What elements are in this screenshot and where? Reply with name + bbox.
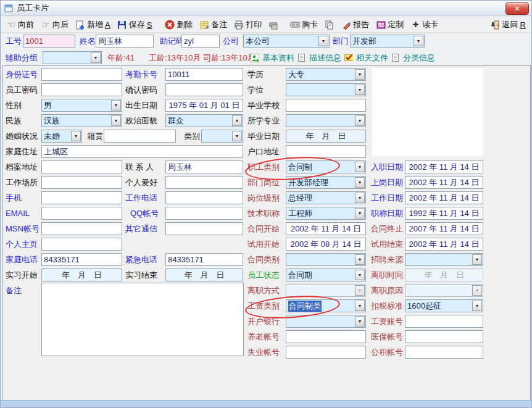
chevron-down-icon[interactable] [414,36,423,46]
home-addr-input[interactable] [41,145,243,158]
chevron-down-icon[interactable] [318,36,328,46]
new-button[interactable]: 新增A [73,19,112,31]
print-preview-button[interactable] [267,19,280,30]
post-level-select[interactable]: 总经理 [286,191,366,204]
customize-button[interactable]: 定制 [374,19,405,31]
intern-end-date-field[interactable]: 年 月 日 [165,269,243,281]
contract-start-date-field[interactable]: 2002 年 11 月 14 日 [286,222,366,235]
trial-start-date-field[interactable]: 2002 年 08 月 14 日 [286,238,366,251]
pwd-input[interactable] [41,83,122,96]
emp-type-select[interactable]: 合同制 [286,160,366,173]
id-no-input[interactable] [41,68,122,81]
dept-post-select[interactable]: 开发部经理 [286,176,366,189]
chevron-down-icon[interactable] [71,131,81,141]
fund-input[interactable] [405,346,483,359]
contract-type-select[interactable] [286,253,366,266]
emp-no-input[interactable] [23,35,75,48]
chevron-down-icon[interactable] [91,52,101,63]
chevron-down-icon[interactable] [355,162,365,172]
emp-status-select[interactable]: 合同期 [286,269,366,281]
birthplace-input[interactable] [104,130,176,143]
name-input[interactable] [96,35,154,48]
department-select[interactable]: 开发部 [350,35,425,48]
chevron-down-icon[interactable] [355,208,365,219]
hire-date-field[interactable]: 2002 年 11 月 14 日 [405,160,483,173]
report-button[interactable]: 报告 [339,19,371,31]
home-phone-input[interactable] [41,253,122,266]
chevron-down-icon[interactable] [355,193,365,203]
next-button[interactable]: 向后 [39,19,70,31]
note-button[interactable]: 备注 [197,19,229,31]
recruit-select[interactable] [405,253,483,266]
chevron-down-icon[interactable] [355,270,365,280]
grad-date-field[interactable]: 年 月 日 [286,130,366,143]
workplace-input[interactable] [41,176,122,189]
delete-button[interactable]: 删除 [163,19,194,31]
contact-input[interactable] [165,160,243,173]
gender-select[interactable]: 男 [41,99,122,112]
chevron-down-icon[interactable] [355,85,365,95]
chevron-down-icon[interactable] [232,131,242,141]
chevron-down-icon[interactable] [355,301,365,311]
readcard-button[interactable]: 读卡 [409,19,440,31]
return-button[interactable]: 返回R [489,19,528,31]
tab-description-info[interactable]: 描述信息 [309,52,341,64]
intern-start-date-field[interactable]: 年 月 日 [41,269,122,281]
tab-basic-info[interactable]: 基本资料 [262,52,294,64]
unemployment-input[interactable] [286,346,366,359]
homepage-input[interactable] [41,238,122,251]
tab-category-info[interactable]: 分类信息 [403,52,435,64]
marital-select[interactable]: 未婚 [41,130,82,143]
salary-acct-input[interactable] [405,315,483,328]
mnemonic-input[interactable] [181,35,220,48]
title-date-field[interactable]: 1992 年 11 月 14 日 [405,207,483,220]
prev-button[interactable]: 向前 [4,19,36,31]
major-select[interactable] [286,114,366,127]
work-phone-input[interactable] [165,191,243,204]
close-button[interactable]: ✕ [505,2,529,15]
tech-title-select[interactable]: 工程师 [286,207,366,220]
aux-group-select[interactable] [43,51,102,64]
email-input[interactable] [41,207,122,220]
birth-date-field[interactable]: 1975 年 01 月 01 日 [165,99,243,112]
chevron-down-icon[interactable] [111,100,121,110]
chevron-down-icon[interactable] [355,69,365,80]
qq-input[interactable] [165,207,243,220]
pwd2-input[interactable] [165,83,243,96]
work-date-field[interactable]: 2002 年 11 月 14 日 [405,191,483,204]
salary-type-select[interactable]: 合同制类 [286,299,366,312]
chevron-down-icon[interactable] [232,115,242,126]
chevron-down-icon[interactable] [111,115,121,126]
chevron-down-icon[interactable] [355,177,365,188]
ethnic-select[interactable]: 汉族 [41,114,122,127]
chevron-down-icon[interactable] [472,254,482,265]
chevron-down-icon[interactable] [355,316,365,327]
onduty-date-field[interactable]: 2002 年 11 月 14 日 [405,176,483,189]
emg-phone-input[interactable] [165,253,243,266]
chevron-down-icon[interactable] [472,301,482,311]
category-select[interactable] [201,130,243,143]
company-select[interactable]: 本公司 [243,35,330,48]
hukou-input[interactable] [286,145,366,158]
political-select[interactable]: 群众 [165,114,243,127]
other-comm-input[interactable] [165,222,243,235]
edu-select[interactable]: 大专 [286,68,366,81]
chevron-down-icon[interactable] [355,115,365,126]
school-input[interactable] [286,99,366,112]
bank-select[interactable] [286,315,366,328]
contract-end-date-field[interactable]: 2007 年 11 月 14 日 [405,222,483,235]
copy-card-button[interactable] [323,19,336,30]
tax-std-select[interactable]: 1600起征 [405,299,483,312]
remark-textarea[interactable] [41,283,244,356]
trial-end-date-field[interactable]: 2002 年 11 月 14 日 [405,238,483,251]
hobby-input[interactable] [165,176,243,189]
print-button[interactable]: 打印 [232,19,264,31]
pension-input[interactable] [286,330,366,343]
att-card-input[interactable] [165,68,243,81]
mobile-input[interactable] [41,191,122,204]
archive-addr-input[interactable] [41,160,122,173]
medical-input[interactable] [405,330,483,343]
degree-select[interactable] [286,83,366,96]
tab-related-files[interactable]: 相关文件 [356,52,388,64]
save-button[interactable]: 保存S [115,19,154,31]
